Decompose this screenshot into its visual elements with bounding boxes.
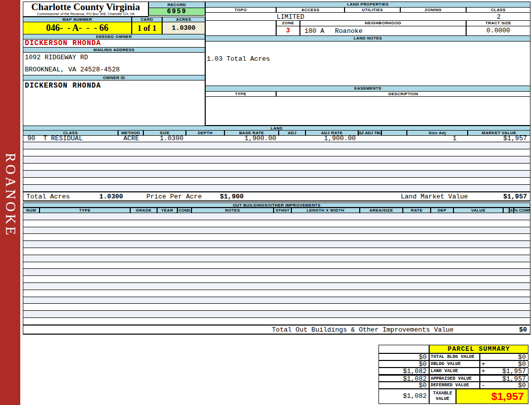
ob-blank-header [503,208,509,213]
card-value: 1 of 1 [132,22,162,34]
land-row-base-rate: 1,900.00 [225,136,279,142]
address-line2: BROOKNEAL, VA 24528-4528 [25,66,120,73]
class-value: 2 [467,13,531,21]
ob-dep-header: DEP [431,208,453,213]
county-title: Charlotte County Virginia [23,2,148,12]
ps-taxable-value: $1,957 [456,389,528,404]
price-per-acre-value: $1,900 [220,193,244,200]
ob-sthgt-header: STHGT [274,208,291,213]
acres-value: 1.0300 [162,22,205,34]
land-row-market-value: $1,957 [468,136,529,142]
easements-box [205,96,530,126]
topo-value-box [205,20,276,36]
land-market-value-label: Land Market Value [401,193,468,200]
ps-op-obldg: + [481,361,485,368]
land-row-size-adj: 1 [407,136,457,142]
neighborhood-code: 180 A [305,27,324,35]
ps-prior-land: $1,082 [378,368,429,375]
price-per-acre-label: Price Per Acre [146,193,202,200]
ps-value-total-bldg: $0 [480,353,528,360]
tract-size-value: 0.0000 [466,26,530,36]
neighborhood-value: 180 A Roanoke [300,26,466,36]
ps-value-deferred: - $0 [480,382,528,389]
ob-cond-header: COND [177,208,192,213]
ob-area-size-header: AREA/SIZE [360,208,403,213]
ps-amount-total-bldg: $0 [518,353,526,361]
ps-value-land: + $1,957 [480,368,528,375]
ps-value-obldg: + $0 [480,360,528,368]
land-market-value-total: $1,957 [503,193,527,200]
land-note-text: 1.03 Total Acres [207,55,270,63]
zone-value: 3 [276,26,300,36]
ps-prior-deferred: $0 [378,382,429,389]
county-header: Charlotte County Virginia Commissioner o… [23,2,148,17]
total-acres-label: Total Acres [26,193,70,200]
land-totals-row: Total Acres 1.0300 Price Per Acre $1,900… [23,192,530,201]
out-buildings-title: OUT BUILDINGS/OTHER IMPROVEMENTS [23,202,530,208]
ps-op-land: + [481,368,485,375]
ob-type-header: TYPE [40,208,130,213]
land-data-row: 90 T RESIDUAL ACRE 1.0300 1,900.00 1,900… [23,135,530,142]
address-line1: 1092 RIDGEWAY RD [25,54,88,61]
ps-label-total-bldg: TOTAL BLDG VALUE [429,353,480,360]
ps-amount-obldg: $0 [518,360,526,368]
ps-label-obldg: OBLDG VALUE [429,360,480,368]
ob-total-label: Total Out Buildings & Other Improvements… [269,326,457,334]
mailing-address-box: 1092 RIDGEWAY RD BROOKNEAL, VA 24528-452… [23,52,205,75]
out-buildings-empty-rows [23,213,530,325]
land-row-size: 1.0300 [144,136,186,142]
ps-label-appraised: APPRAISED VALUE [429,375,480,382]
neighborhood-name: Roanoke [335,27,363,35]
ob-length-width-header: LENGTH X WIDTH [291,208,360,213]
owner-id-value: DICKERSON RHONDA [23,80,205,127]
ps-prior-total-bldg: $0 [378,353,429,360]
land-notes-box: 1.03 Total Acres [205,41,530,86]
ps-prior-appraised: $1,082 [378,375,429,382]
ob-num-header: NUM [23,208,40,213]
ob-grade-header: GRADE [130,208,157,213]
land-row-class: 90 T RESIDUAL [27,136,83,142]
ps-prior-taxable: $1,082 [378,389,429,404]
ps-prior-obldg: $0 [378,360,429,368]
ob-pct-comp-header: % COMP [514,208,530,213]
neighborhood-sidebar: ROANOKE [0,0,20,405]
deeded-owner-value: DICKERSON RHONDA [23,39,205,48]
land-row-method: ACRE [119,136,144,142]
sidebar-vertical-label: ROANOKE [3,153,18,237]
total-acres-value: 1.0300 [99,193,123,200]
ps-amount-land: $1,957 [502,368,526,375]
county-subtitle: Commissioner of the Revenue, PO Box 308,… [23,12,148,16]
ob-rate-header: RATE [403,208,431,213]
ps-amount-deferred: $0 [518,382,526,389]
land-row-adj-rate: 1,900.00 [306,136,359,142]
ps-label-deferred: DEFERRED VALUE [429,382,480,389]
ob-year-header: YEAR [157,208,177,213]
ob-value-header: VALUE [453,208,503,213]
access-value: LIMITED [277,13,305,21]
ps-op-deferred: - [481,382,485,389]
ps-label-taxable: TAXABLE VALUE [429,389,456,404]
ob-notes-header: NOTES [192,208,274,213]
parcel-summary-title: PARCEL SUMMARY [429,345,528,353]
land-empty-rows [23,142,530,192]
map-number-value: 046- - A- - - 66 [23,22,132,34]
ps-label-land: LAND VALUE [429,368,480,375]
ob-s-header: S [509,208,514,213]
ps-header-blank-cell [378,345,429,353]
ps-value-appraised: $1,957 [480,375,528,382]
land-properties-values: LIMITED 2 [205,12,530,21]
out-buildings-total-row: Total Out Buildings & Other Improvements… [23,325,530,335]
record-value: 6959 [148,8,205,16]
ob-total-value: $0 [519,326,527,334]
